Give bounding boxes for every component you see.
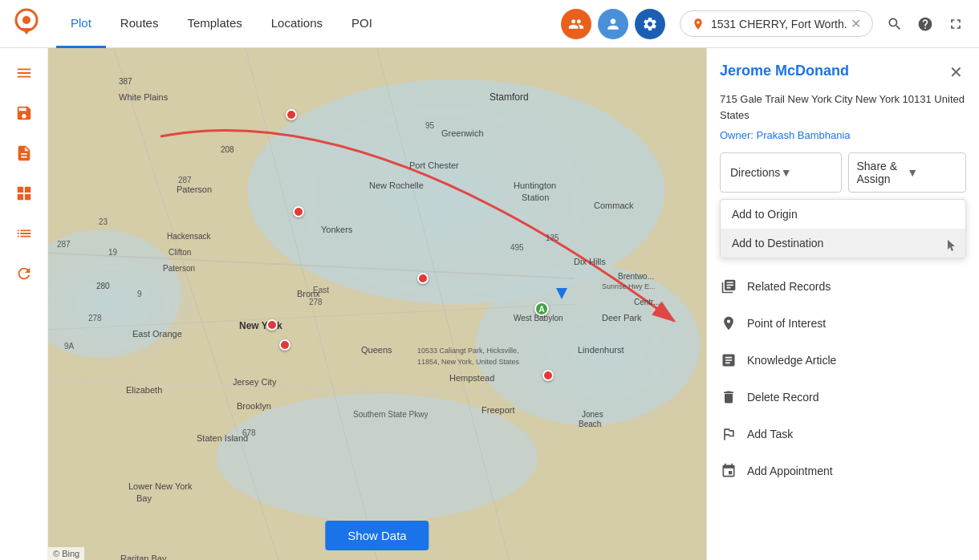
add-to-destination-item[interactable]: Add to Destination xyxy=(721,229,965,258)
directions-dropdown[interactable]: Directions ▼ xyxy=(720,152,842,193)
add-to-origin-item[interactable]: Add to Origin xyxy=(721,200,965,229)
svg-text:Hackensack: Hackensack xyxy=(167,232,211,241)
right-panel: Jerome McDonand ✕ 715 Gale Trail New Yor… xyxy=(706,48,979,560)
svg-text:Bay: Bay xyxy=(136,493,152,503)
nav-locations[interactable]: Locations xyxy=(257,0,337,48)
delete-record-item[interactable]: Delete Record xyxy=(707,379,979,416)
save-button[interactable] xyxy=(9,98,39,128)
related-records-label: Related Records xyxy=(747,280,831,293)
nav-links: Plot Routes Templates Locations POI xyxy=(56,0,551,48)
svg-text:Staten Island: Staten Island xyxy=(197,433,248,443)
svg-text:Yonkers: Yonkers xyxy=(321,225,353,234)
svg-text:Jones: Jones xyxy=(582,410,603,419)
map-pin-1[interactable] xyxy=(286,109,297,120)
svg-text:East: East xyxy=(313,286,329,294)
related-records-icon xyxy=(720,278,737,295)
map-background: White Plains 387 Paterson 208 280 East O… xyxy=(48,48,706,560)
svg-line-10 xyxy=(246,48,377,560)
svg-point-1 xyxy=(22,16,30,24)
delete-record-label: Delete Record xyxy=(747,391,819,404)
svg-text:Port Chester: Port Chester xyxy=(409,160,459,170)
nav-plot[interactable]: Plot xyxy=(56,0,106,48)
map-pin-current[interactable] xyxy=(556,288,567,299)
svg-text:Beach: Beach xyxy=(579,420,601,428)
map-pin-3[interactable] xyxy=(417,273,429,284)
point-of-interest-item[interactable]: Point of Interest xyxy=(707,305,979,342)
svg-text:19: 19 xyxy=(108,248,118,257)
svg-text:678: 678 xyxy=(242,428,256,437)
panel-actions: Directions ▼ Share & Assign ▼ xyxy=(707,152,979,199)
map-canvas[interactable]: White Plains 387 Paterson 208 280 East O… xyxy=(48,48,706,560)
poi-label: Point of Interest xyxy=(747,317,826,330)
nav-poi[interactable]: POI xyxy=(337,0,387,48)
clear-search-button[interactable]: ✕ xyxy=(851,16,861,31)
person-icon-btn[interactable] xyxy=(598,9,628,39)
owner-label: Owner: xyxy=(720,129,754,141)
users-icon-btn[interactable] xyxy=(561,9,591,39)
svg-text:Paterson: Paterson xyxy=(177,185,212,194)
map-pin-2[interactable] xyxy=(293,206,304,217)
list-button[interactable] xyxy=(9,218,39,249)
svg-line-11 xyxy=(377,48,509,560)
svg-text:278: 278 xyxy=(88,314,102,323)
svg-text:Queens: Queens xyxy=(361,345,392,355)
menu-button[interactable] xyxy=(9,58,39,88)
add-appointment-item[interactable]: Add Appointment xyxy=(707,452,979,489)
main-content: White Plains 387 Paterson 208 280 East O… xyxy=(0,48,979,560)
svg-text:Southern State Pkwy: Southern State Pkwy xyxy=(353,410,428,419)
map-pin-6[interactable] xyxy=(542,370,554,381)
svg-text:Lindenhurst: Lindenhurst xyxy=(578,345,624,355)
poi-icon xyxy=(720,314,737,332)
search-button[interactable] xyxy=(881,10,908,38)
svg-text:Bronx: Bronx xyxy=(297,289,320,298)
svg-text:Commack: Commack xyxy=(594,201,634,210)
add-task-item[interactable]: Add Task xyxy=(707,416,979,452)
close-panel-button[interactable]: ✕ xyxy=(946,63,966,82)
nav-templates[interactable]: Templates xyxy=(173,0,256,48)
svg-line-9 xyxy=(114,48,278,560)
contact-name[interactable]: Jerome McDonand xyxy=(720,63,849,79)
svg-text:Hempstead: Hempstead xyxy=(449,373,494,383)
app-logo[interactable] xyxy=(10,7,43,41)
map-pin-5[interactable] xyxy=(279,339,290,351)
top-right-icons xyxy=(881,10,969,38)
knowledge-article-item[interactable]: Knowledge Article xyxy=(707,342,979,379)
fullscreen-button[interactable] xyxy=(942,10,969,38)
refresh-button[interactable] xyxy=(9,258,39,289)
help-button[interactable] xyxy=(912,10,939,38)
svg-point-5 xyxy=(48,229,181,358)
svg-text:Huntington: Huntington xyxy=(514,181,556,190)
nav-routes[interactable]: Routes xyxy=(106,0,173,48)
share-assign-dropdown[interactable]: Share & Assign ▼ xyxy=(848,152,967,193)
article-icon xyxy=(720,351,737,369)
svg-text:11854, New York, United States: 11854, New York, United States xyxy=(417,358,520,366)
svg-text:East Orange: East Orange xyxy=(132,329,182,339)
map-pin-4[interactable] xyxy=(266,319,278,331)
svg-text:387: 387 xyxy=(119,77,132,86)
search-input[interactable]: 1531 CHERRY, Fort Worth... xyxy=(711,18,847,30)
location-pin-icon xyxy=(692,18,705,30)
address-search[interactable]: 1531 CHERRY, Fort Worth... ✕ xyxy=(680,10,873,37)
svg-text:Jersey City: Jersey City xyxy=(233,377,277,387)
cursor-icon xyxy=(946,238,959,254)
top-navigation: Plot Routes Templates Locations POI 1531… xyxy=(0,0,979,48)
map-area[interactable]: White Plains 387 Paterson 208 280 East O… xyxy=(48,48,706,560)
contact-owner: Owner: Prakash Bambhania xyxy=(707,129,979,152)
svg-text:Brentwo...: Brentwo... xyxy=(618,272,654,281)
svg-text:Station: Station xyxy=(522,193,549,202)
contact-address: 715 Gale Trail New York City New York 10… xyxy=(707,91,979,129)
nav-action-icons xyxy=(561,9,665,39)
svg-line-12 xyxy=(48,304,575,330)
settings-icon-btn[interactable] xyxy=(635,9,665,39)
owner-name-link[interactable]: Prakash Bambhania xyxy=(757,129,851,141)
document-button[interactable] xyxy=(9,138,39,168)
svg-text:278: 278 xyxy=(309,298,323,306)
svg-text:New Rochelle: New Rochelle xyxy=(369,181,424,190)
grid-button[interactable] xyxy=(9,178,39,209)
map-pin-destination[interactable]: A xyxy=(534,302,549,316)
related-records-item[interactable]: Related Records xyxy=(707,268,979,305)
svg-text:Centr...: Centr... xyxy=(634,298,660,306)
bing-watermark: © Bing xyxy=(48,547,84,560)
svg-text:Lower New York: Lower New York xyxy=(128,481,193,491)
show-data-button[interactable]: Show Data xyxy=(325,521,429,550)
